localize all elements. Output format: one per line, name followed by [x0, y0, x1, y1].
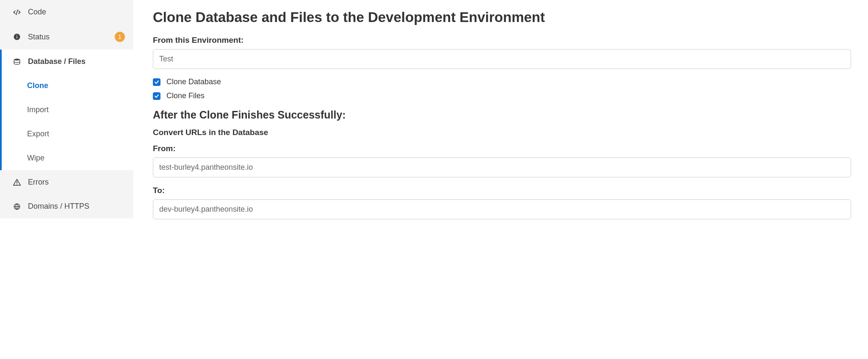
checkbox-checked-icon — [153, 92, 160, 100]
clone-files-label: Clone Files — [166, 91, 205, 100]
database-icon — [12, 58, 22, 66]
status-badge: 1 — [115, 32, 125, 42]
sidebar-subitem-export[interactable]: Export — [2, 122, 133, 146]
svg-rect-3 — [17, 35, 17, 36]
warning-icon — [12, 178, 22, 187]
convert-urls-label: Convert URLs in the Database — [153, 128, 851, 137]
from-environment-block: From this Environment: — [153, 36, 851, 69]
sidebar-item-status[interactable]: Status 1 — [0, 24, 133, 50]
from-environment-select[interactable] — [153, 49, 851, 69]
sidebar-item-code[interactable]: Code — [0, 0, 133, 24]
to-url-block: To: — [153, 186, 851, 219]
svg-point-4 — [14, 58, 20, 61]
from-url-input[interactable] — [153, 157, 851, 177]
globe-icon — [12, 203, 22, 210]
page-title: Clone Database and Files to the Developm… — [153, 9, 851, 25]
after-clone-heading: After the Clone Finishes Successfully: — [153, 109, 851, 121]
clone-database-label: Clone Database — [166, 77, 221, 86]
svg-rect-2 — [17, 36, 17, 39]
sidebar-item-label: Errors — [28, 178, 125, 187]
sidebar-item-label: Status — [28, 33, 111, 41]
sidebar-item-errors[interactable]: Errors — [0, 170, 133, 194]
sidebar-section-top: Code Status 1 — [0, 0, 133, 50]
svg-line-0 — [16, 10, 17, 15]
from-url-label: From: — [153, 144, 851, 153]
code-icon — [12, 8, 22, 17]
to-url-label: To: — [153, 186, 851, 195]
checkbox-checked-icon — [153, 78, 160, 86]
sidebar: Code Status 1 Database / — [0, 0, 133, 359]
from-url-block: From: — [153, 144, 851, 177]
from-environment-label: From this Environment: — [153, 36, 851, 45]
main-content: Clone Database and Files to the Developm… — [133, 0, 868, 359]
sidebar-item-domains[interactable]: Domains / HTTPS — [0, 194, 133, 218]
sidebar-item-database-files[interactable]: Database / Files — [2, 50, 133, 74]
info-icon — [12, 33, 22, 41]
sidebar-subitem-wipe[interactable]: Wipe — [2, 146, 133, 170]
sidebar-item-label: Database / Files — [28, 57, 125, 66]
sidebar-group-database-files: Database / Files Clone Import Export Wip… — [0, 50, 133, 170]
clone-files-checkbox-row[interactable]: Clone Files — [153, 91, 851, 100]
to-url-input[interactable] — [153, 199, 851, 219]
svg-point-6 — [17, 184, 17, 185]
clone-database-checkbox-row[interactable]: Clone Database — [153, 77, 851, 86]
sidebar-subitem-import[interactable]: Import — [2, 98, 133, 122]
sidebar-item-label: Domains / HTTPS — [28, 202, 125, 211]
sidebar-subitem-clone[interactable]: Clone — [2, 74, 133, 98]
sidebar-section-bottom: Errors Domains / HTTPS — [0, 170, 133, 218]
sidebar-item-label: Code — [28, 8, 125, 17]
